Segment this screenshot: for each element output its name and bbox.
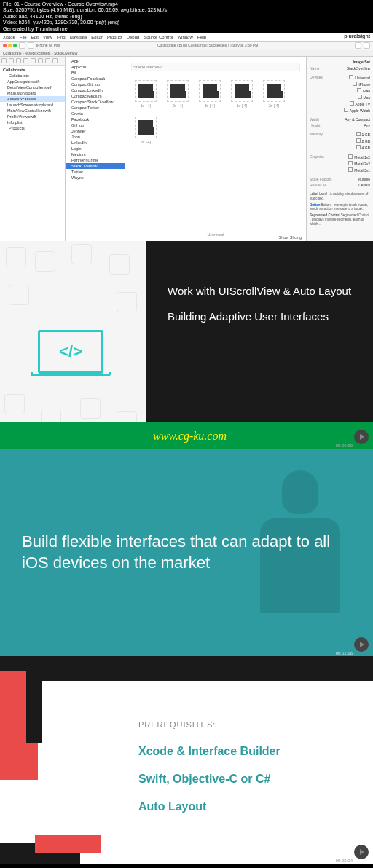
nav-tab-icon[interactable] bbox=[16, 58, 21, 63]
checkbox[interactable] bbox=[356, 132, 361, 136]
menu-debug[interactable]: Debug bbox=[127, 35, 140, 39]
asset-item[interactable]: PartnerInCrime bbox=[66, 157, 125, 163]
stackoverflow-icon bbox=[267, 84, 281, 98]
nav-tab-icon[interactable] bbox=[38, 58, 43, 63]
tree-item[interactable]: DetailViewController.swift bbox=[0, 84, 65, 90]
nav-tab-icon[interactable] bbox=[45, 58, 50, 63]
asset-item[interactable]: AppIcon bbox=[66, 64, 125, 70]
menu-xcode[interactable]: Xcode bbox=[3, 35, 15, 39]
menu-file[interactable]: File bbox=[20, 35, 27, 39]
library-button-item[interactable]: Button Button - Intercepts touch events,… bbox=[310, 203, 370, 212]
asset-item[interactable]: CompactMedium bbox=[66, 93, 125, 99]
menu-view[interactable]: View bbox=[43, 35, 52, 39]
asset-slot[interactable]: 3x [-4] bbox=[134, 117, 157, 144]
panel-toggle-button[interactable] bbox=[364, 42, 370, 49]
tree-item[interactable]: Main.storyboard bbox=[0, 90, 65, 96]
checkbox[interactable] bbox=[348, 154, 353, 159]
menu-find[interactable]: Find bbox=[57, 35, 66, 39]
checkbox[interactable] bbox=[358, 95, 362, 99]
tree-item[interactable]: ProfileView.swift bbox=[0, 114, 65, 119]
asset-item[interactable]: John bbox=[66, 134, 125, 140]
tree-item-selected[interactable]: Assets.xcassets bbox=[0, 96, 65, 102]
nav-tab-icon[interactable] bbox=[31, 58, 36, 63]
asset-item[interactable]: Jennifer bbox=[66, 128, 125, 134]
show-slicing-button[interactable]: Show Slicing bbox=[279, 235, 302, 240]
asset-name-field[interactable]: StackOverflow bbox=[347, 66, 370, 71]
menu-editor[interactable]: Editor bbox=[91, 35, 103, 39]
checkbox[interactable] bbox=[348, 161, 353, 165]
nav-tab-icon[interactable] bbox=[52, 58, 58, 63]
library-segmented-item[interactable]: Segmented Control Segmented Control - Di… bbox=[310, 213, 370, 226]
run-button[interactable] bbox=[19, 42, 25, 49]
asset-item[interactable]: CompactStackOverflow bbox=[66, 99, 125, 105]
zoom-icon[interactable] bbox=[13, 44, 17, 47]
editor-mode-button[interactable] bbox=[355, 42, 361, 49]
checkbox[interactable] bbox=[356, 138, 361, 143]
tree-item[interactable]: Products bbox=[0, 125, 65, 131]
xcode-window: Xcode File Edit View Find Navigate Edito… bbox=[0, 33, 373, 241]
asset-item[interactable]: CompactTwitter bbox=[66, 105, 125, 111]
asset-slot[interactable]: 2x [-4] bbox=[166, 80, 189, 108]
menu-sourcecontrol[interactable]: Source Control bbox=[144, 35, 173, 39]
pattern-icon bbox=[4, 394, 25, 414]
checkbox[interactable] bbox=[353, 82, 357, 86]
minimize-icon[interactable] bbox=[8, 44, 12, 47]
asset-item[interactable]: CompactLinkedIn bbox=[66, 87, 125, 93]
pattern-icon bbox=[71, 244, 92, 264]
asset-item[interactable]: Login bbox=[66, 146, 125, 151]
media-metadata: File: 01 - Course Overview - Course Over… bbox=[0, 0, 373, 33]
asset-item[interactable]: CompactGitHub bbox=[66, 82, 125, 87]
width-select[interactable]: Any & Compact bbox=[345, 117, 370, 122]
toolbar: iPhone 6s Plus Collaborate | Build Colla… bbox=[0, 42, 373, 50]
checkbox[interactable] bbox=[350, 101, 354, 106]
slide-line-1: Work with UIScrollView & Auto Layout bbox=[168, 285, 358, 297]
asset-item[interactable]: LinkedIn bbox=[66, 140, 125, 146]
tree-item[interactable]: Info.plist bbox=[0, 119, 65, 125]
asset-item[interactable]: GitHub bbox=[66, 122, 125, 128]
asset-item[interactable]: Ace bbox=[66, 58, 125, 64]
asset-title: StackOverflow bbox=[131, 63, 300, 71]
tree-item[interactable]: MainViewController.swift bbox=[0, 108, 65, 114]
render-select[interactable]: Default bbox=[358, 183, 370, 187]
height-select[interactable]: Any bbox=[364, 123, 370, 127]
decor-bar bbox=[26, 656, 42, 743]
menu-help[interactable]: Help bbox=[197, 35, 206, 39]
tree-item[interactable]: LaunchScreen.storyboard bbox=[0, 102, 65, 108]
asset-item[interactable]: Wayne bbox=[66, 175, 125, 181]
checkbox[interactable] bbox=[344, 108, 348, 112]
checkbox[interactable] bbox=[348, 167, 353, 172]
tree-item[interactable]: AppDelegate.swift bbox=[0, 79, 65, 84]
checkbox[interactable] bbox=[349, 75, 353, 79]
timecode: 00:00:50 bbox=[336, 443, 353, 448]
asset-item[interactable]: Facebook bbox=[66, 117, 125, 122]
asset-slot[interactable]: 2x [-4] bbox=[262, 80, 286, 108]
breadcrumb[interactable]: Collaborate › Assets.xcassets › StackOve… bbox=[3, 51, 77, 55]
slide-prerequisites: PREREQUISITES: Xcode & Interface Builder… bbox=[0, 656, 373, 864]
menu-navigate[interactable]: Navigate bbox=[70, 35, 87, 39]
asset-item[interactable]: Crysta bbox=[66, 111, 125, 117]
nav-tab-icon[interactable] bbox=[9, 58, 14, 63]
tree-item[interactable]: Collaborate bbox=[0, 73, 65, 79]
menu-product[interactable]: Product bbox=[107, 35, 122, 39]
asset-item[interactable]: CompactFacebook bbox=[66, 76, 125, 82]
menu-window[interactable]: Window bbox=[177, 35, 192, 39]
close-icon[interactable] bbox=[3, 44, 7, 47]
scale-select[interactable]: Multiple bbox=[358, 177, 370, 181]
asset-editor: Ace AppIcon Bill CompactFacebook Compact… bbox=[66, 57, 306, 241]
asset-item[interactable]: Medium bbox=[66, 151, 125, 157]
menu-edit[interactable]: Edit bbox=[31, 35, 39, 39]
checkbox[interactable] bbox=[356, 145, 361, 149]
nav-tab-icon[interactable] bbox=[23, 58, 28, 63]
asset-item-selected[interactable]: StackOverflow bbox=[66, 163, 125, 169]
asset-item[interactable]: Twitter bbox=[66, 169, 125, 175]
tree-item[interactable]: Collaborate bbox=[0, 67, 65, 73]
library-label-item[interactable]: Label Label - A variably sized amount of… bbox=[310, 192, 370, 201]
nav-tab-icon[interactable] bbox=[1, 58, 7, 63]
asset-slot[interactable]: 1x [-4] bbox=[134, 80, 157, 108]
asset-slot[interactable]: 1x [-4] bbox=[230, 80, 254, 108]
stop-button[interactable] bbox=[28, 42, 34, 49]
asset-slot[interactable]: 3x [-4] bbox=[198, 80, 221, 108]
checkbox[interactable] bbox=[357, 88, 361, 92]
asset-item[interactable]: Bill bbox=[66, 70, 125, 76]
scheme-selector[interactable]: iPhone 6s Plus bbox=[36, 43, 60, 47]
